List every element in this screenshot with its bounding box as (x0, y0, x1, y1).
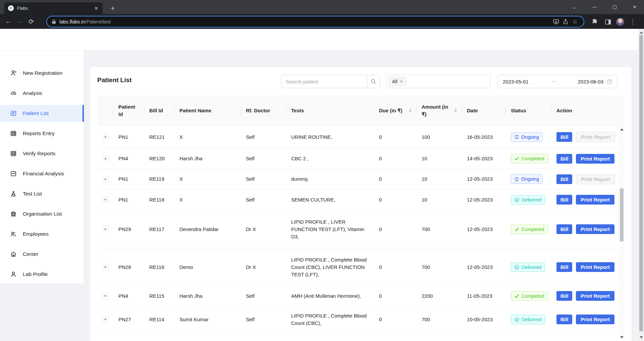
scroll-up-arrow-icon[interactable] (620, 128, 624, 130)
browser-menu-kebab-icon[interactable]: ⋮ (628, 17, 638, 27)
print-report-button[interactable]: Print Report (576, 315, 614, 324)
share-icon[interactable] (561, 17, 570, 26)
due-cell: 0 (374, 248, 417, 286)
col-due-sortable[interactable]: Due (in ₹) (374, 96, 417, 125)
gauge-icon (10, 90, 17, 97)
sidebar-item-label: Analysis (23, 90, 42, 96)
scroll-down-arrow-icon[interactable] (640, 336, 643, 338)
due-cell: 0 (374, 169, 417, 189)
expand-row-button[interactable]: + (102, 226, 109, 232)
action-cell: BillPrint Report (551, 149, 619, 169)
status-badge-completed: Completed (511, 225, 548, 234)
bill-button[interactable]: Bill (556, 224, 572, 234)
sidebar-item-verify-reports[interactable]: Verify Reports (0, 145, 84, 162)
sort-icons[interactable] (452, 109, 457, 113)
expand-row-button[interactable]: + (102, 176, 109, 182)
date-range-picker[interactable]: 2023-05-01 ⇀ 2023-06-03 (498, 75, 617, 88)
status-cell: Ongoing (506, 126, 551, 148)
reload-button[interactable]: ⟳ (25, 16, 37, 27)
sidebar-item-lab-profile[interactable]: Lab Profile (0, 266, 84, 283)
date-to-value[interactable]: 2023-06-03 (578, 79, 603, 84)
table-search-button[interactable] (367, 75, 380, 88)
sidebar-item-patient-list[interactable]: Patient List (0, 105, 84, 122)
sidebar-item-employees[interactable]: Employees (0, 226, 84, 242)
bill-button[interactable]: Bill (556, 154, 572, 164)
home-icon (10, 251, 17, 258)
amount-cell: 10 (417, 149, 462, 169)
date-cell: 11-05-2023 (462, 286, 506, 306)
expand-row-button[interactable]: + (102, 134, 109, 140)
due-cell: 0 (374, 306, 417, 333)
bill-button[interactable]: Bill (556, 132, 572, 142)
forward-button[interactable]: → (14, 16, 25, 27)
app-header (0, 29, 644, 51)
amount-cell: 10 (417, 189, 462, 210)
patient-table: Patient Id Bill Id Patient Name Rf. Doct… (97, 96, 625, 341)
patient-id-cell: PN1 (113, 126, 144, 148)
amount-cell: 100 (417, 126, 462, 148)
expand-row-button[interactable]: + (102, 264, 109, 270)
bill-button[interactable]: Bill (556, 315, 572, 324)
tests-cell: LIPID PROFILE , Complete Blood Count (CB… (286, 306, 374, 333)
table-scrollbar-thumb[interactable] (620, 188, 624, 241)
window-maximize-button[interactable] (606, 0, 623, 14)
filter-tag-all[interactable]: All ✕ (389, 77, 407, 86)
scroll-down-arrow-icon[interactable] (620, 336, 624, 338)
page-scrollbar-thumb[interactable] (639, 35, 643, 331)
status-filter-select[interactable]: All ✕ (386, 75, 491, 88)
bill-button[interactable]: Bill (556, 262, 572, 272)
table-scrollbar[interactable] (619, 126, 625, 341)
extensions-puzzle-icon[interactable] (589, 17, 599, 27)
sidebar-item-financial-analysis[interactable]: Financial Analysis (0, 165, 84, 182)
table-row: + PN1 RE121 X Self URINE ROUTINE, 0 100 … (97, 126, 619, 149)
due-cell: 0 (374, 189, 417, 210)
sidebar-item-label: Employees (23, 231, 49, 237)
sidebar-item-analysis[interactable]: Analysis (0, 85, 84, 102)
sidebar-item-test-list[interactable]: Test List (0, 185, 84, 202)
patient-id-cell: PN1 (113, 189, 144, 210)
expand-row-button[interactable]: + (102, 156, 109, 162)
back-button[interactable]: ← (3, 16, 14, 27)
sidebar-item-center[interactable]: Center (0, 246, 84, 263)
table-row: + PN27 RE114 Sumit Kumar Self LIPID PROF… (97, 306, 619, 333)
bill-button[interactable]: Bill (556, 195, 572, 205)
print-report-button[interactable]: Print Report (576, 195, 614, 205)
tag-remove-icon[interactable]: ✕ (400, 79, 403, 84)
bill-id-cell: RE120 (144, 149, 174, 169)
print-report-button[interactable]: Print Report (576, 291, 614, 301)
address-bar[interactable]: labs.flabs.in/Patient/test ☆ (46, 16, 584, 27)
print-report-button[interactable]: Print Report (576, 154, 614, 164)
sidebar-item-organisation-list[interactable]: Organisation List (0, 206, 84, 222)
expand-row-button[interactable]: + (102, 293, 109, 299)
sort-icons[interactable] (407, 109, 412, 113)
check-circle-icon (515, 197, 519, 202)
print-report-button[interactable]: Print Report (576, 262, 614, 272)
sidebar-item-new-registration[interactable]: New Registration (0, 65, 84, 81)
print-report-button[interactable]: Print Report (576, 224, 614, 234)
browser-tab[interactable]: F Flabs ✕ (4, 2, 103, 14)
date-from-value[interactable]: 2023-05-01 (503, 79, 529, 84)
window-minimize-button[interactable] (586, 0, 603, 14)
bill-button[interactable]: Bill (556, 174, 572, 184)
browser-profile-avatar[interactable] (616, 18, 624, 26)
status-badge-delivered: Delivered (511, 263, 545, 272)
bookmark-star-icon[interactable]: ☆ (570, 17, 580, 26)
amount-cell: 700 (417, 248, 462, 286)
col-amount-sortable[interactable]: Amount (in ₹) (417, 96, 462, 125)
window-close-button[interactable]: ✕ (626, 0, 643, 14)
status-badge-completed: Completed (511, 154, 548, 163)
table-search-input[interactable] (281, 75, 367, 88)
page-scrollbar[interactable] (638, 29, 644, 341)
bill-id-cell: RE116 (144, 248, 174, 286)
new-tab-button[interactable]: + (108, 4, 117, 13)
expand-row-button[interactable]: + (102, 316, 109, 323)
install-app-icon[interactable] (551, 17, 561, 26)
expand-row-button[interactable]: + (102, 196, 109, 203)
scroll-up-arrow-icon[interactable] (640, 32, 643, 34)
tab-close-icon[interactable]: ✕ (93, 5, 99, 11)
bill-button[interactable]: Bill (556, 291, 572, 301)
tab-search-chevron-icon[interactable]: ⌄ (566, 0, 583, 14)
side-panel-icon[interactable] (603, 17, 613, 27)
sidebar-item-reports-entry[interactable]: Reports Entry (0, 125, 84, 142)
table-row: + PN28 RE116 Demo Dr X LIPID PROFILE , C… (97, 248, 619, 286)
